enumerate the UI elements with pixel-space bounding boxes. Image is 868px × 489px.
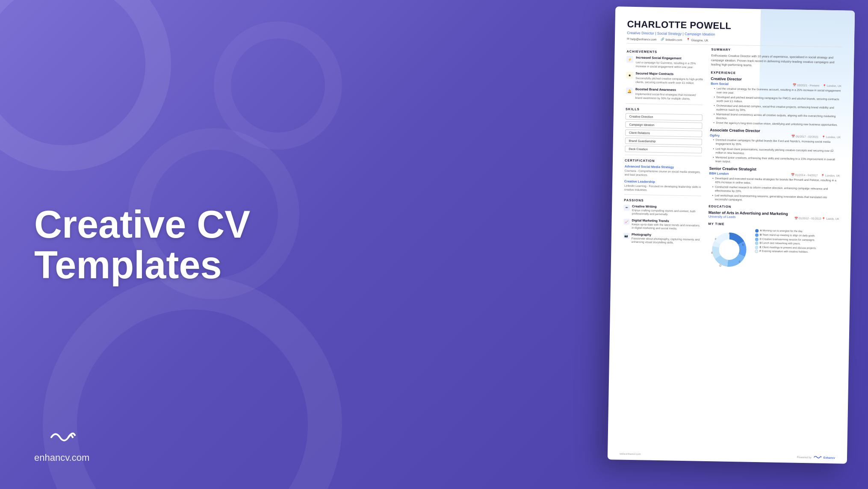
legend-item-F: F Evening relaxation with creative hobbi… xyxy=(755,249,816,254)
skill-2: Campaign Ideation xyxy=(625,121,702,129)
exp-company-3: BBH London xyxy=(709,171,729,176)
cv-inner: CHARLOTTE POWELL Creative Director | Soc… xyxy=(608,6,855,464)
logo-area: enhancv.com xyxy=(34,427,89,463)
mytime-section: A B C D E F A Morning run to energise fo… xyxy=(708,228,839,273)
exp-meta-3: 📅 01/2014 - 04/2017 📍 London, UK xyxy=(791,173,840,177)
passion-text-2: Keeps up-to-date with the latest trends … xyxy=(632,223,700,231)
exp-bullet-1-4: Maintained brand consistency across all … xyxy=(714,112,841,122)
cert-item-2: Creative Leadership LinkedIn Learning - … xyxy=(624,179,701,192)
legend-dot-F xyxy=(755,250,758,253)
logo-text: enhancv.com xyxy=(34,452,89,463)
achievement-item-1: ⚡ Increased Social Engagement Led a camp… xyxy=(626,56,703,69)
enhancv-logo-icon xyxy=(45,427,79,448)
achievement-text-1: Led a campaign for Guinness, resulting i… xyxy=(636,60,703,69)
exp-item-2: Associate Creative Director Ogilvy 📅 05/… xyxy=(709,128,841,165)
achievement-icon-3: 🔔 xyxy=(626,88,633,94)
cert-item-1: Advanced Social Media Strategy Coursera … xyxy=(624,164,701,177)
achievement-title-1: Increased Social Engagement xyxy=(636,56,703,61)
passion-item-2: 📈 Digital Marketing Trends Keeps up-to-d… xyxy=(623,218,700,231)
achievement-title-3: Boosted Brand Awareness xyxy=(635,87,703,92)
education-section-title: EDUCATION xyxy=(709,205,839,211)
cv-document: CHARLOTTE POWELL Creative Director | Soc… xyxy=(608,6,855,464)
achievement-item-2: ★ Secured Major Contracts Successfully p… xyxy=(626,71,703,85)
svg-text:C: C xyxy=(739,261,741,263)
exp-bullet-3-2: Conducted market research to inform crea… xyxy=(712,185,840,194)
edu-school: University of Leeds xyxy=(709,215,736,219)
skills-section-title: SKILLS xyxy=(626,107,703,112)
skills-divider xyxy=(626,103,703,105)
legend-dot-C xyxy=(755,238,759,241)
mytime-section-title: MY TIME xyxy=(708,222,839,228)
cert-section-title: CERTIFICATION xyxy=(625,158,702,163)
exp-meta-1: 📅 03/2021 - Present 📍 London, UK xyxy=(793,83,841,88)
exp-bullet-2-1: Directed creative campaigns for global b… xyxy=(713,138,841,148)
exp-bullet-3-3: Led workshops and brainstorming sessions… xyxy=(712,193,839,203)
exp-item-3: Senior Creative Strategist BBH London 📅 … xyxy=(709,166,840,203)
decorative-circle-4 xyxy=(214,21,342,150)
cv-right-column: SUMMARY Enthusiastic Creative Director w… xyxy=(708,47,842,273)
cv-footer-url: www.enhancv.com xyxy=(620,453,641,456)
cv-email: ✉ help@enhancv.com xyxy=(627,37,657,41)
cert-text-2: LinkedIn Learning - Focused on developin… xyxy=(624,183,701,192)
enhancv-mini-logo xyxy=(813,454,822,460)
title-line1: Creative CV xyxy=(34,203,250,246)
svg-text:F: F xyxy=(715,238,717,241)
exp-bullets-2: Directed creative campaigns for global b… xyxy=(713,138,841,165)
enhancv-footer-logo: Powered by Enhancv xyxy=(797,454,835,460)
passion-text-3: Passionate about photography, capturing … xyxy=(632,237,700,245)
brand-name: Enhancv xyxy=(824,456,835,459)
passion-icon-2: 📈 xyxy=(623,218,629,224)
title-line2: Templates xyxy=(34,243,222,286)
legend-dot-D xyxy=(755,242,759,245)
legend-dot-B xyxy=(755,233,759,237)
cert-text-1: Coursera - Comprehensive course on socia… xyxy=(624,168,701,177)
svg-text:B: B xyxy=(742,244,744,246)
cv-left-column: ACHIEVEMENTS ⚡ Increased Social Engageme… xyxy=(623,46,704,271)
donut-chart: A B C D E F xyxy=(708,228,751,272)
experience-section-title: EXPERIENCE xyxy=(711,71,842,77)
exp-bullet-3-1: Developed and executed social media stra… xyxy=(712,176,840,186)
achievement-icon-2: ★ xyxy=(626,72,633,79)
email-icon: ✉ xyxy=(627,37,629,41)
cv-contact: ✉ help@enhancv.com 🔗 linkedin.com 📍 Glas… xyxy=(627,37,842,44)
skill-4: Brand Guardianship xyxy=(625,137,702,145)
skill-3: Client Relations xyxy=(625,129,702,137)
exp-bullet-2-2: Led high-level client presentations, suc… xyxy=(713,147,840,156)
cert-divider xyxy=(625,154,702,156)
powered-by-text: Powered by xyxy=(797,455,811,459)
achievement-text-2: Successfully pitched creative campaigns … xyxy=(635,76,703,85)
passions-section-title: PASSIONS xyxy=(624,198,701,203)
passion-icon-3: 📷 xyxy=(623,233,629,239)
passion-text-1: Enjoys crafting compelling stories and c… xyxy=(632,209,701,217)
legend-dot-E xyxy=(755,246,758,249)
page-title: Creative CV Templates xyxy=(34,204,250,285)
passion-item-3: 📷 Photography Passionate about photograp… xyxy=(623,232,700,245)
passion-icon-1: ✏ xyxy=(624,205,630,211)
summary-section-title: SUMMARY xyxy=(711,47,842,53)
achievement-text-3: Implemented social-first strategies that… xyxy=(635,92,703,101)
exp-company-1: Born Social xyxy=(711,82,729,86)
location-icon: 📍 xyxy=(686,38,690,41)
achievements-section-title: ACHIEVEMENTS xyxy=(626,50,703,55)
achievement-item-3: 🔔 Boosted Brand Awareness Implemented so… xyxy=(626,87,703,101)
passion-item-1: ✏ Creative Writing Enjoys crafting compe… xyxy=(624,204,701,217)
summary-text: Enthusiastic Creative Director with 10 y… xyxy=(711,53,842,69)
exp-bullet-2-3: Mentored junior creatives, enhancing the… xyxy=(713,155,840,165)
skill-1: Creative Direction xyxy=(626,113,703,121)
left-content: Creative CV Templates xyxy=(34,204,250,285)
svg-text:D: D xyxy=(720,265,722,267)
legend-dot-A xyxy=(755,229,759,233)
passions-divider xyxy=(624,194,701,196)
exp-bullets-1: Led the creative strategy for the Guinne… xyxy=(714,86,842,127)
exp-item-1: Creative Director Born Social 📅 03/2021 … xyxy=(710,77,842,127)
exp-company-2: Ogilvy xyxy=(710,133,720,137)
achievement-title-2: Secured Major Contracts xyxy=(635,71,703,77)
cv-footer: www.enhancv.com Powered by Enhancv xyxy=(620,451,835,460)
exp-bullets-3: Developed and executed social media stra… xyxy=(712,176,840,203)
skill-5: Deck Creation xyxy=(625,145,702,153)
linkedin-icon: 🔗 xyxy=(661,38,664,41)
mytime-legend: A Morning run to energise for the day. B… xyxy=(755,229,817,272)
cv-linkedin: 🔗 linkedin.com xyxy=(661,38,682,41)
cv-location: 📍 Glasgow, UK xyxy=(686,38,709,42)
achievement-icon-1: ⚡ xyxy=(626,56,633,63)
